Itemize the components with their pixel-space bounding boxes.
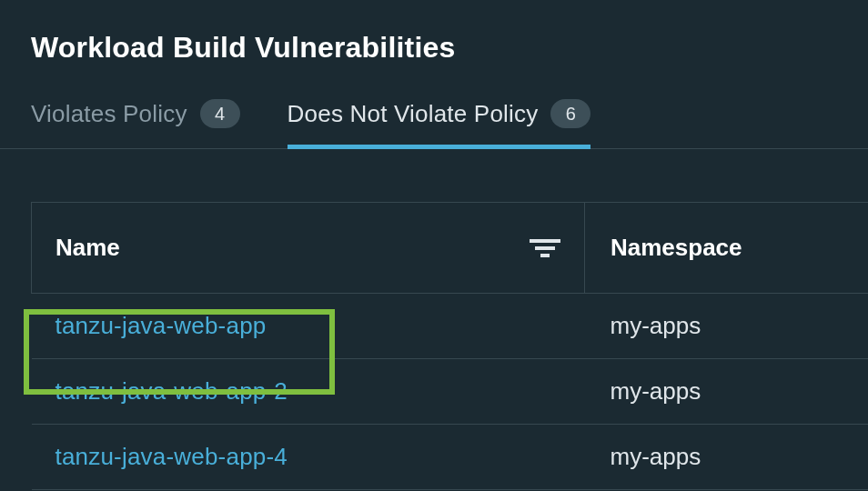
namespace-cell: my-apps [585,359,869,425]
column-header-label: Namespace [611,234,742,261]
table-row: tanzu-java-web-app-2 my-apps [32,359,869,425]
namespace-cell: my-apps [585,425,869,490]
tab-violates-policy[interactable]: Violates Policy 4 [31,99,240,149]
table-row: tanzu-java-web-app my-apps [32,294,869,359]
count-badge: 6 [550,99,590,128]
workload-link[interactable]: tanzu-java-web-app-2 [56,377,288,405]
table-row: tanzu-java-web-app-4 my-apps [32,425,869,490]
count-badge: 4 [200,99,240,128]
workload-link[interactable]: tanzu-java-web-app-4 [56,443,288,470]
column-header-name[interactable]: Name [32,203,585,294]
filter-icon[interactable] [530,236,560,260]
tab-label: Does Not Violate Policy [288,100,539,128]
tab-does-not-violate-policy[interactable]: Does Not Violate Policy 6 [288,99,591,149]
tab-label: Violates Policy [31,100,187,128]
column-header-label: Name [56,234,120,261]
tabs: Violates Policy 4 Does Not Violate Polic… [0,65,868,149]
workload-link[interactable]: tanzu-java-web-app [56,312,267,339]
page-title: Workload Build Vulnerabilities [0,0,868,65]
column-header-namespace[interactable]: Namespace [585,203,869,294]
namespace-cell: my-apps [585,294,869,359]
workloads-table: Name Namespace tanzu-java-web-app my-app… [31,202,868,490]
